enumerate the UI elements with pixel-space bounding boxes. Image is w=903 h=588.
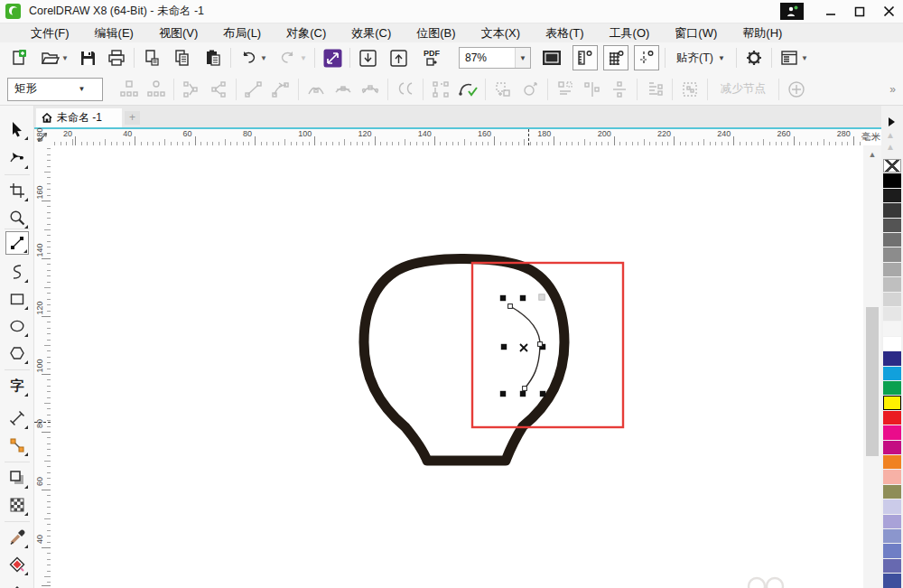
publish-pdf-button[interactable]: PDF — [417, 46, 446, 70]
selection-handle-6[interactable] — [520, 391, 526, 397]
menu-item-0[interactable]: 文件(F) — [18, 25, 82, 42]
palette-swatch-9[interactable] — [883, 293, 901, 306]
cusp-node-button[interactable] — [303, 78, 330, 101]
palette-swatch-12[interactable] — [883, 337, 901, 350]
delete-node-button[interactable] — [143, 78, 170, 101]
text-tool[interactable]: 字 — [5, 374, 29, 397]
menu-item-3[interactable]: 布局(L) — [210, 25, 274, 42]
selection-handle-7[interactable] — [540, 391, 545, 397]
palette-swatch-10[interactable] — [883, 307, 901, 321]
palette-swatch-16[interactable] — [883, 396, 901, 409]
open-button[interactable] — [38, 46, 61, 70]
application-launcher-dropdown[interactable]: ▼ — [801, 54, 810, 62]
options-button[interactable] — [742, 46, 766, 70]
polygon-tool[interactable] — [5, 341, 29, 365]
bulb-outline-shape[interactable] — [364, 259, 564, 462]
minimize-button[interactable] — [816, 0, 845, 23]
align-nodes-button[interactable] — [579, 78, 606, 101]
drop-shadow-tool[interactable] — [5, 466, 29, 490]
palette-scroll-up2-icon[interactable]: ▲ — [886, 142, 895, 152]
menu-item-7[interactable]: 文本(X) — [469, 25, 533, 42]
palette-swatch-2[interactable] — [883, 189, 901, 202]
selection-handle-3[interactable] — [501, 344, 507, 350]
ellipse-tool[interactable] — [5, 314, 29, 338]
property-bar-overflow[interactable]: » — [889, 83, 896, 96]
menu-item-6[interactable]: 位图(B) — [404, 25, 468, 42]
reverse-direction-button[interactable] — [392, 78, 419, 101]
fullscreen-preview-button[interactable] — [540, 46, 563, 70]
palette-swatch-3[interactable] — [883, 203, 901, 217]
palette-swatch-24[interactable] — [883, 515, 901, 528]
palette-swatch-6[interactable] — [883, 247, 901, 261]
palette-scroll-up-icon[interactable]: ▲ — [886, 130, 895, 140]
show-guidelines-toggle[interactable] — [634, 45, 659, 70]
color-eyedropper-tool[interactable] — [5, 526, 29, 549]
palette-swatch-27[interactable] — [883, 559, 901, 573]
canvas-vertical-scrollbar[interactable]: ▲ — [863, 145, 881, 588]
palette-swatch-23[interactable] — [883, 499, 901, 513]
palette-swatch-22[interactable] — [883, 485, 901, 499]
copy-button[interactable] — [171, 46, 194, 70]
selection-handle-1[interactable] — [520, 295, 526, 301]
break-curve-button[interactable] — [205, 78, 232, 101]
open-dropdown[interactable]: ▼ — [61, 54, 70, 62]
convert-to-curve-button[interactable] — [267, 78, 294, 101]
add-node-button[interactable] — [116, 78, 143, 101]
symmetrical-node-button[interactable] — [357, 78, 384, 101]
curve-node-0[interactable] — [508, 304, 513, 309]
welcome-screen-button[interactable] — [321, 46, 344, 70]
palette-swatch-none[interactable] — [883, 159, 901, 173]
palette-swatch-1[interactable] — [883, 173, 901, 187]
pick-tool[interactable] — [5, 117, 29, 141]
snap-to-menu[interactable]: 贴齐(T)▼ — [671, 51, 731, 66]
palette-swatch-4[interactable] — [883, 219, 901, 232]
document-tab[interactable]: 未命名 -1 — [36, 108, 122, 127]
smart-drawing-tool[interactable] — [5, 260, 29, 284]
palette-swatch-18[interactable] — [883, 425, 901, 439]
close-button[interactable] — [874, 0, 903, 23]
redo-dropdown[interactable]: ▼ — [300, 54, 309, 62]
print-button[interactable] — [105, 46, 128, 70]
palette-swatch-20[interactable] — [883, 455, 901, 469]
vertical-ruler[interactable]: 180160140120100806040 — [34, 145, 51, 588]
palette-swatch-13[interactable] — [883, 351, 901, 365]
interactive-fill-tool[interactable] — [5, 580, 29, 588]
elastic-mode-button[interactable] — [641, 78, 668, 101]
rotate-skew-nodes-button[interactable] — [517, 78, 544, 101]
palette-swatch-7[interactable] — [883, 263, 901, 276]
stretch-nodes-button[interactable] — [552, 78, 579, 101]
parallel-dimension-tool[interactable] — [5, 406, 29, 430]
smart-fill-tool[interactable] — [5, 553, 29, 576]
select-all-nodes-button[interactable] — [676, 78, 703, 101]
undo-dropdown[interactable]: ▼ — [260, 54, 269, 62]
palette-swatch-26[interactable] — [883, 544, 901, 557]
redo-button[interactable] — [276, 46, 300, 70]
menu-item-9[interactable]: 工具(O) — [597, 25, 663, 42]
palette-swatch-5[interactable] — [883, 233, 901, 247]
smooth-node-button[interactable] — [330, 78, 357, 101]
paste-button[interactable] — [201, 46, 225, 70]
selection-handle-0[interactable] — [500, 295, 506, 301]
scrollbar-thumb[interactable] — [866, 307, 879, 456]
extract-subpath-button[interactable] — [427, 78, 454, 101]
extend-curve-to-close-button[interactable] — [489, 78, 517, 101]
shape-tool[interactable] — [5, 146, 29, 170]
undo-button[interactable] — [237, 46, 260, 70]
zoom-level-combo[interactable]: 87% ▼ — [459, 47, 531, 69]
close-curve-button[interactable] — [454, 78, 481, 101]
distribute-nodes-button[interactable] — [606, 78, 633, 101]
palette-flyout-icon[interactable] — [889, 117, 895, 126]
show-rulers-toggle[interactable] — [573, 45, 598, 70]
join-nodes-button[interactable] — [178, 78, 205, 101]
menu-item-8[interactable]: 表格(T) — [533, 25, 597, 42]
zoom-tool[interactable] — [5, 206, 29, 229]
menu-item-10[interactable]: 窗口(W) — [662, 25, 730, 42]
menu-item-2[interactable]: 视图(V) — [146, 25, 210, 42]
maximize-button[interactable] — [845, 0, 874, 23]
import-button[interactable] — [356, 46, 379, 70]
reduce-nodes-button[interactable]: 减少节点 — [721, 81, 766, 97]
drawing-canvas[interactable] — [51, 145, 863, 588]
curve-node-1[interactable] — [538, 342, 543, 347]
palette-swatch-19[interactable] — [883, 441, 901, 454]
account-button[interactable] — [780, 3, 804, 20]
